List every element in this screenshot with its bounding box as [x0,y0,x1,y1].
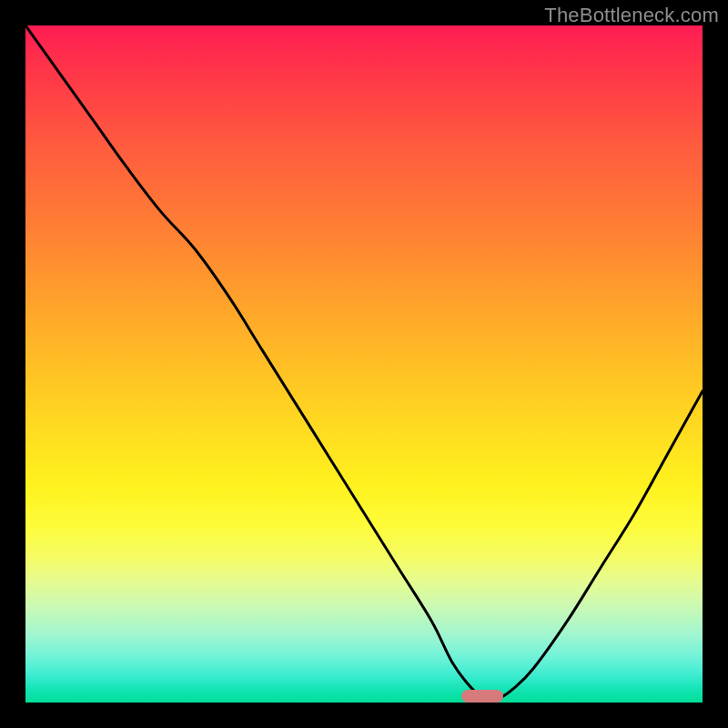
plot-area [25,25,703,703]
chart-frame: TheBottleneck.com [0,0,728,728]
heat-gradient-background [25,25,703,703]
watermark-text: TheBottleneck.com [544,4,719,27]
optimal-point-marker [461,690,503,703]
